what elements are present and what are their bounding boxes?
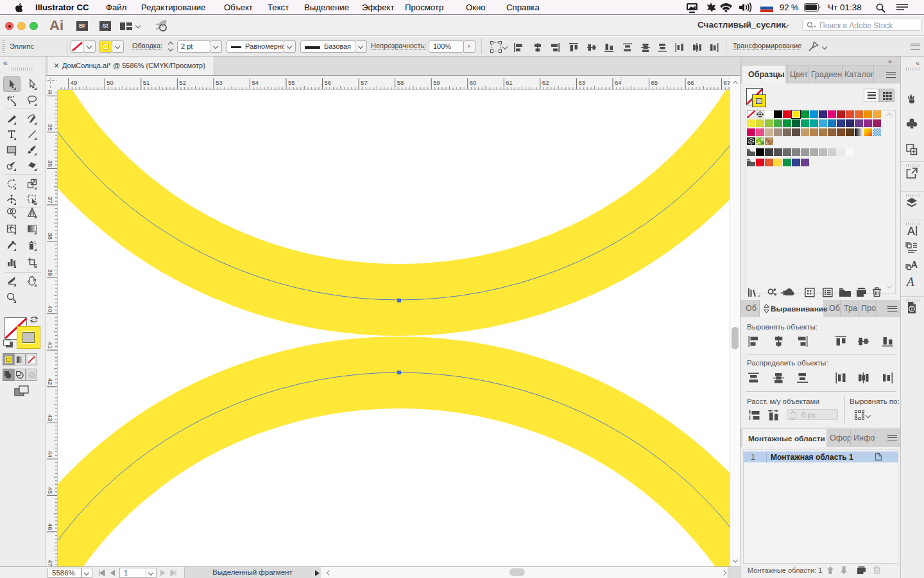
svg-text:65: 65: [651, 79, 658, 86]
svg-text:61: 61: [506, 79, 513, 86]
svg-text:38: 38: [47, 233, 54, 240]
svg-text:36: 36: [47, 160, 54, 167]
svg-text:59: 59: [433, 79, 440, 86]
svg-text:37: 37: [47, 197, 54, 204]
svg-text:50: 50: [107, 79, 114, 86]
svg-text:35: 35: [47, 124, 54, 131]
svg-text:41: 41: [47, 342, 54, 349]
svg-text:49: 49: [71, 79, 78, 86]
svg-text:60: 60: [470, 79, 477, 86]
svg-text:47: 47: [47, 559, 54, 566]
svg-text:63: 63: [578, 79, 585, 86]
svg-text:40: 40: [47, 306, 54, 313]
svg-text:52: 52: [179, 79, 186, 86]
svg-text:55: 55: [288, 79, 295, 86]
svg-text:43: 43: [47, 414, 54, 421]
svg-text:57: 57: [361, 79, 368, 86]
svg-text:44: 44: [47, 451, 54, 458]
svg-text:58: 58: [397, 79, 404, 86]
svg-text:56: 56: [325, 79, 332, 86]
svg-text:46: 46: [47, 523, 54, 530]
svg-text:66: 66: [687, 79, 694, 86]
svg-text:67: 67: [724, 79, 730, 86]
svg-text:42: 42: [47, 378, 54, 385]
svg-text:54: 54: [252, 79, 259, 86]
svg-text:53: 53: [216, 79, 223, 86]
svg-text:51: 51: [143, 79, 150, 86]
svg-text:64: 64: [615, 79, 622, 86]
svg-text:34: 34: [47, 90, 54, 94]
svg-text:62: 62: [542, 79, 549, 86]
svg-text:45: 45: [47, 487, 54, 494]
svg-text:39: 39: [47, 269, 54, 276]
